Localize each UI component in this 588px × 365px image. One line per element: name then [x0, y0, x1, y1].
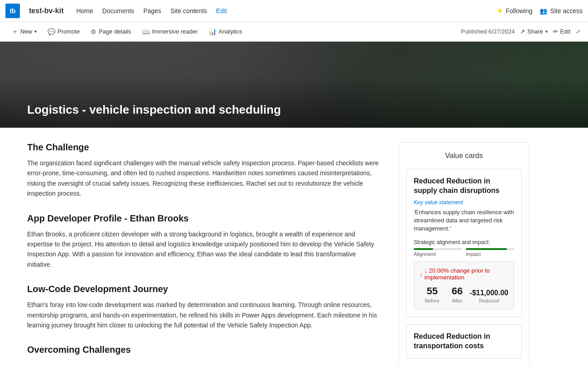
- metrics-change-text: ↓ 20.00% change prior to implementation: [425, 267, 509, 281]
- value-card-1-title: Reduced Reduction in supply chain disrup…: [414, 177, 514, 196]
- immersive-reader-label: Immersive reader: [152, 28, 198, 35]
- new-button[interactable]: ＋ New ▾: [7, 25, 41, 38]
- edit-icon: ✏: [553, 28, 558, 35]
- alignment-fill: [414, 248, 433, 250]
- published-status: Published 6/27/2024: [461, 28, 515, 35]
- impact-label: Impact: [466, 251, 514, 257]
- impact-fill: [466, 248, 507, 250]
- plus-icon: ＋: [12, 28, 18, 36]
- nav-home[interactable]: Home: [76, 7, 93, 14]
- alignment-track: [414, 248, 462, 250]
- page-details-icon: ⚙: [91, 28, 96, 35]
- metric-after: 66 After: [445, 285, 469, 303]
- expand-button[interactable]: ⤢: [576, 28, 581, 35]
- impact-bar-wrap: Impact: [466, 248, 514, 257]
- hero-title: Logistics - vehicle inspection and sched…: [27, 103, 281, 117]
- overcoming-title: Overcoming Challenges: [27, 345, 380, 355]
- promote-button[interactable]: 💬 Promote: [43, 25, 84, 38]
- immersive-reader-icon: 📖: [142, 28, 150, 35]
- section-journey: Low-Code Development Journey Ethan's for…: [27, 284, 380, 330]
- journey-text: Ethan's foray into low-code development …: [27, 300, 380, 330]
- hero-gradient-overlay: [0, 76, 588, 128]
- star-icon: ★: [497, 6, 503, 15]
- toolbar: ＋ New ▾ 💬 Promote ⚙ Page details 📖 Immer…: [0, 22, 588, 42]
- nav-links: Home Documents Pages Site contents Edit: [76, 7, 227, 14]
- analytics-label: Analytics: [219, 28, 242, 35]
- share-chevron-icon: ▾: [545, 29, 548, 34]
- following-label: Following: [506, 7, 532, 14]
- metrics-box: ↓ ↓ 20.00% change prior to implementatio…: [414, 261, 514, 309]
- edit-button[interactable]: ✏ Edit: [553, 28, 570, 35]
- new-label: New: [20, 28, 32, 35]
- down-arrow-icon: ↓: [420, 271, 423, 278]
- hero-section: Logistics - vehicle inspection and sched…: [0, 42, 588, 128]
- site-logo: tb: [5, 4, 20, 18]
- edit-label: Edit: [560, 28, 570, 35]
- progress-bars: Alignment Impact: [414, 248, 514, 257]
- page-details-label: Page details: [99, 28, 131, 35]
- value-cards-title: Value cards: [406, 152, 522, 160]
- content-left: The Challenge The organization faced sig…: [27, 142, 380, 365]
- before-value: 55: [420, 285, 445, 297]
- value-card-1-label: Key value statement: [414, 199, 514, 206]
- share-label: Share: [527, 28, 543, 35]
- section-overcoming: Overcoming Challenges: [27, 345, 380, 355]
- section-challenge: The Challenge The organization faced sig…: [27, 142, 380, 199]
- content-right: Value cards Reduced Reduction in supply …: [398, 142, 530, 365]
- metrics-change: ↓ ↓ 20.00% change prior to implementatio…: [420, 267, 508, 281]
- after-label: After: [445, 298, 469, 303]
- nav-edit[interactable]: Edit: [216, 7, 227, 14]
- metric-reduced: -$11,000.00 Reduced: [470, 289, 508, 303]
- nav-site-contents[interactable]: Site contents: [170, 7, 207, 14]
- immersive-reader-button[interactable]: 📖 Immersive reader: [138, 25, 202, 38]
- metric-before: 55 Before: [420, 285, 445, 303]
- value-card-2: Reduced Reduction in transportation cost…: [406, 324, 522, 359]
- site-access-button[interactable]: 👥 Site access: [540, 7, 583, 14]
- main-content: The Challenge The organization faced sig…: [0, 128, 588, 365]
- promote-icon: 💬: [48, 28, 55, 35]
- site-access-label: Site access: [550, 7, 583, 14]
- impact-track: [466, 248, 514, 250]
- nav-documents[interactable]: Documents: [102, 7, 134, 14]
- share-icon: ↗: [520, 28, 525, 35]
- page-details-button[interactable]: ⚙ Page details: [86, 25, 136, 38]
- after-value: 66: [445, 285, 469, 297]
- before-label: Before: [420, 298, 445, 303]
- share-button[interactable]: ↗ Share ▾: [520, 28, 548, 35]
- site-access-icon: 👥: [540, 7, 547, 14]
- challenge-text: The organization faced significant chall…: [27, 158, 380, 199]
- new-chevron-icon: ▾: [34, 29, 37, 34]
- top-nav: tb test-bv-kit Home Documents Pages Site…: [0, 0, 588, 22]
- nav-pages[interactable]: Pages: [143, 7, 162, 14]
- metrics-row: 55 Before 66 After -$11,000.00 Reduced: [420, 285, 508, 303]
- profile-text: Ethan Brooks, a proficient citizen devel…: [27, 229, 380, 270]
- strategic-label: Strategic alignment and impact:: [414, 239, 514, 245]
- challenge-title: The Challenge: [27, 142, 380, 153]
- value-card-1-desc: 'Enhances supply chain resilience with s…: [414, 208, 514, 233]
- expand-icon: ⤢: [576, 28, 581, 35]
- value-card-1: Reduced Reduction in supply chain disrup…: [406, 169, 522, 317]
- reduced-label: Reduced: [470, 298, 508, 303]
- profile-title: App Developer Profile - Ethan Brooks: [27, 213, 380, 224]
- value-card-2-title: Reduced Reduction in transportation cost…: [414, 332, 514, 351]
- toolbar-right: Published 6/27/2024 ↗ Share ▾ ✏ Edit ⤢: [461, 28, 581, 35]
- journey-title: Low-Code Development Journey: [27, 284, 380, 294]
- top-right-actions: ★ Following 👥 Site access: [497, 6, 583, 15]
- alignment-bar-wrap: Alignment: [414, 248, 462, 257]
- reduced-value: -$11,000.00: [470, 289, 508, 297]
- section-profile: App Developer Profile - Ethan Brooks Eth…: [27, 213, 380, 270]
- site-name: test-bv-kit: [29, 7, 63, 15]
- alignment-label: Alignment: [414, 251, 462, 257]
- promote-label: Promote: [57, 28, 80, 35]
- analytics-icon: 📊: [209, 28, 216, 35]
- following-button[interactable]: ★ Following: [497, 6, 532, 15]
- value-cards-panel: Value cards Reduced Reduction in supply …: [398, 142, 530, 365]
- analytics-button[interactable]: 📊 Analytics: [204, 25, 247, 38]
